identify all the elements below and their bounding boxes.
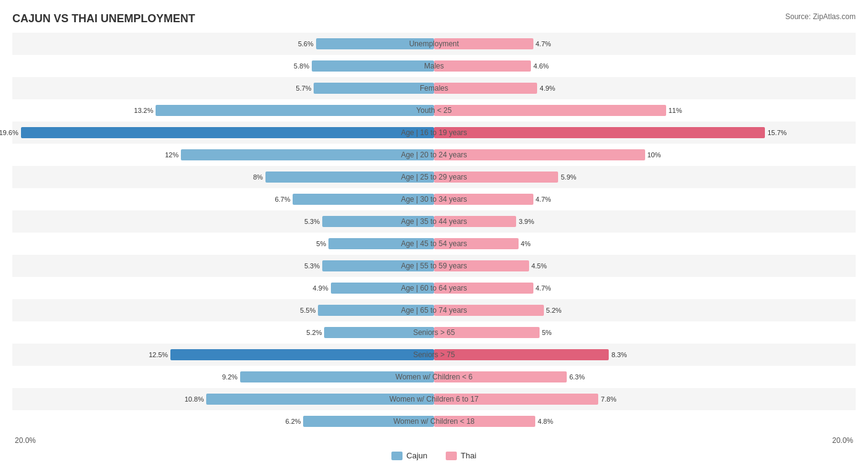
thai-bar: 5.9% [434, 172, 558, 183]
legend-thai-box [446, 452, 457, 460]
right-half: 4.9% [434, 77, 856, 99]
left-half: 6.2% [12, 410, 434, 432]
table-row: 6.2% Women w/ Children < 18 4.8% [12, 410, 856, 432]
left-half: 13.2% [12, 99, 434, 122]
table-row: 5.3% Age | 35 to 44 years 3.9% [12, 210, 856, 233]
table-row: 9.2% Women w/ Children < 6 6.3% [12, 366, 856, 388]
thai-value: 4.9% [537, 85, 555, 92]
thai-value: 4.7% [533, 196, 551, 203]
left-half: 5.6% [12, 33, 434, 55]
cajun-bar: 4.9% [331, 283, 434, 294]
table-row: 8% Age | 25 to 29 years 5.9% [12, 166, 856, 188]
legend-thai-label: Thai [461, 451, 476, 460]
right-half: 4% [434, 233, 856, 255]
thai-bar: 4% [434, 238, 519, 249]
cajun-bar: 13.2% [156, 105, 434, 116]
right-half: 5.9% [434, 166, 856, 188]
cajun-bar: 5.5% [318, 305, 434, 316]
table-row: 5.7% Females 4.9% [12, 77, 856, 99]
right-half: 4.7% [434, 33, 856, 55]
cajun-value: 5.6% [298, 40, 316, 48]
cajun-value: 4.9% [313, 284, 331, 292]
legend-cajun-label: Cajun [406, 451, 427, 460]
table-row: 6.7% Age | 30 to 34 years 4.7% [12, 188, 856, 210]
cajun-value: 6.7% [275, 196, 293, 203]
cajun-bar: 10.8% [206, 394, 434, 405]
thai-value: 4.7% [533, 284, 551, 292]
cajun-value: 12.5% [149, 351, 170, 358]
thai-value: 4.6% [531, 62, 549, 70]
table-row: 12.5% Seniors > 75 8.3% [12, 344, 856, 366]
left-half: 6.7% [12, 188, 434, 210]
right-half: 7.8% [434, 388, 856, 410]
left-half: 5.5% [12, 299, 434, 321]
cajun-bar: 5.3% [322, 260, 434, 271]
thai-bar: 4.7% [434, 38, 533, 49]
thai-value: 10% [645, 151, 661, 159]
right-half: 5.2% [434, 299, 856, 321]
table-row: 10.8% Women w/ Children 6 to 17 7.8% [12, 388, 856, 410]
thai-value: 5% [540, 329, 552, 336]
cajun-bar: 19.6% [21, 127, 434, 138]
cajun-value: 5.2% [306, 329, 324, 336]
thai-bar: 10% [434, 149, 645, 160]
right-half: 4.7% [434, 188, 856, 210]
legend-thai: Thai [446, 451, 476, 460]
cajun-value: 5.7% [296, 85, 314, 92]
thai-value: 7.8% [598, 395, 616, 403]
right-half: 4.7% [434, 277, 856, 299]
table-row: 13.2% Youth < 25 11% [12, 99, 856, 122]
left-half: 12.5% [12, 344, 434, 366]
thai-value: 4.8% [535, 418, 553, 425]
right-half: 8.3% [434, 344, 856, 366]
right-half: 6.3% [434, 366, 856, 388]
cajun-bar: 5.2% [324, 327, 434, 338]
cajun-value: 9.2% [222, 373, 240, 381]
table-row: 12% Age | 20 to 24 years 10% [12, 144, 856, 166]
left-half: 5.7% [12, 77, 434, 99]
thai-value: 3.9% [516, 218, 534, 225]
right-half: 4.8% [434, 410, 856, 432]
cajun-bar: 5.7% [314, 83, 434, 94]
cajun-value: 5.5% [300, 307, 318, 314]
cajun-bar: 5.3% [322, 216, 434, 227]
right-half: 3.9% [434, 210, 856, 233]
left-half: 12% [12, 144, 434, 166]
axis-left: 20.0% [12, 436, 434, 445]
cajun-bar: 8% [265, 172, 434, 183]
cajun-value: 5% [316, 240, 328, 247]
left-half: 5% [12, 233, 434, 255]
thai-value: 15.7% [765, 129, 787, 136]
thai-bar: 7.8% [434, 394, 598, 405]
right-half: 11% [434, 99, 856, 122]
chart-header: CAJUN VS THAI UNEMPLOYMENT Source: ZipAt… [12, 12, 856, 25]
cajun-bar: 9.2% [240, 371, 434, 382]
thai-value: 11% [666, 107, 682, 114]
thai-bar: 4.7% [434, 194, 533, 205]
thai-value: 8.3% [609, 351, 627, 358]
legend: Cajun Thai [12, 451, 856, 460]
right-half: 5% [434, 321, 856, 344]
cajun-value: 13.2% [134, 107, 156, 114]
right-half: 4.5% [434, 255, 856, 277]
thai-value: 5.9% [558, 173, 576, 181]
left-half: 9.2% [12, 366, 434, 388]
cajun-bar: 5% [328, 238, 434, 249]
right-half: 4.6% [434, 55, 856, 77]
chart-source: Source: ZipAtlas.com [785, 12, 856, 21]
thai-value: 4.5% [529, 262, 547, 270]
left-half: 4.9% [12, 277, 434, 299]
left-half: 8% [12, 166, 434, 188]
left-half: 5.8% [12, 55, 434, 77]
cajun-value: 5.3% [304, 218, 322, 225]
thai-value: 4.7% [533, 40, 551, 48]
left-half: 10.8% [12, 388, 434, 410]
axis-right: 20.0% [434, 436, 856, 445]
cajun-value: 12% [165, 151, 181, 159]
thai-bar: 6.3% [434, 371, 567, 382]
thai-value: 5.2% [544, 307, 562, 314]
table-row: 19.6% Age | 16 to 19 years 15.7% [12, 122, 856, 144]
thai-bar: 4.5% [434, 260, 529, 271]
left-half: 5.3% [12, 255, 434, 277]
table-row: 4.9% Age | 60 to 64 years 4.7% [12, 277, 856, 299]
